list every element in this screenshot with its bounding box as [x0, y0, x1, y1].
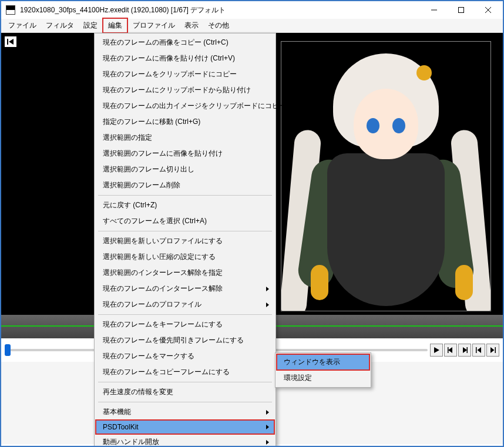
edit-menu-item[interactable]: 選択範囲の指定 — [96, 130, 274, 146]
seek-start-icon[interactable] — [5, 36, 16, 47]
svg-rect-11 — [476, 347, 477, 353]
edit-menu-item[interactable]: 動画ハンドル開放 — [96, 434, 274, 447]
play-button[interactable] — [430, 344, 443, 357]
edit-menu-item[interactable]: 現在のフレームの画像をコピー (Ctrl+C) — [96, 35, 274, 51]
svg-marker-9 — [463, 347, 467, 353]
svg-marker-7 — [448, 347, 452, 353]
window-controls — [421, 1, 502, 19]
edit-menu-item[interactable]: 選択範囲を新しいプロファイルにする — [96, 233, 274, 249]
edit-menu-item[interactable]: 現在のフレームに画像を貼り付け (Ctrl+V) — [96, 51, 274, 66]
maximize-button[interactable] — [448, 1, 475, 19]
edit-menu-item[interactable]: 現在のフレームを優先間引きフレームにする — [96, 332, 274, 348]
menu-item-4[interactable]: プロファイル — [128, 19, 180, 32]
menu-item-0[interactable]: ファイル — [4, 19, 41, 32]
edit-menu-item[interactable]: 選択範囲のフレーム削除 — [96, 177, 274, 193]
menu-item-3[interactable]: 編集 — [102, 18, 128, 33]
prev-frame-button[interactable] — [444, 344, 457, 357]
last-frame-button[interactable] — [486, 344, 499, 357]
preview-canvas — [281, 41, 491, 311]
menu-separator — [98, 382, 272, 382]
minimize-button[interactable] — [421, 1, 448, 19]
menu-item-5[interactable]: 表示 — [180, 19, 203, 32]
edit-menu-item[interactable]: 選択範囲を新しい圧縮の設定にする — [96, 249, 274, 265]
close-button[interactable] — [475, 1, 502, 19]
titlebar: 1920x1080_30fps_44100Hz.exedit (1920,108… — [1, 1, 503, 19]
submenu-arrow-icon — [265, 440, 270, 445]
svg-marker-18 — [266, 425, 269, 429]
svg-marker-19 — [266, 440, 269, 445]
edit-menu-item[interactable]: 現在のフレームをマークする — [96, 348, 274, 364]
menubar: ファイルフィルタ設定編集プロファイル表示その他 — [1, 19, 503, 33]
svg-rect-8 — [448, 347, 449, 353]
menu-separator — [98, 195, 272, 196]
svg-rect-1 — [459, 8, 464, 13]
submenu-arrow-icon — [265, 287, 270, 291]
edit-menu-item[interactable]: 選択範囲のインターレース解除を指定 — [96, 265, 274, 281]
edit-menu-item[interactable]: 選択範囲のフレーム切り出し — [96, 162, 274, 177]
transport-controls — [430, 344, 499, 357]
character-image — [281, 42, 490, 311]
psdtoolkit-submenu: ウィンドウを表示環境設定 — [275, 352, 371, 388]
menu-separator — [98, 402, 272, 402]
menu-item-1[interactable]: フィルタ — [41, 19, 79, 32]
edit-menu-item[interactable]: 基本機能 — [96, 404, 274, 420]
svg-rect-10 — [467, 347, 468, 353]
svg-marker-5 — [9, 39, 14, 45]
edit-menu-item[interactable]: 現在のフレームをキーフレームにする — [96, 317, 274, 332]
edit-menu-item[interactable]: 再生速度の情報を変更 — [96, 384, 274, 400]
submenu-arrow-icon — [265, 425, 270, 429]
svg-marker-16 — [266, 303, 269, 307]
edit-menu-item[interactable]: 元に戻す (Ctrl+Z) — [96, 197, 274, 213]
edit-menu-item[interactable]: PSDToolKit — [96, 420, 274, 434]
edit-dropdown: 現在のフレームの画像をコピー (Ctrl+C)現在のフレームに画像を貼り付け (… — [94, 33, 276, 447]
svg-marker-12 — [478, 347, 482, 353]
svg-marker-13 — [490, 347, 495, 353]
svg-marker-15 — [266, 287, 269, 291]
first-frame-button[interactable] — [472, 344, 485, 357]
menu-item-2[interactable]: 設定 — [79, 19, 102, 32]
edit-menu-item[interactable]: 選択範囲のフレームに画像を貼り付け — [96, 146, 274, 162]
svg-rect-4 — [7, 39, 8, 45]
submenu-arrow-icon — [265, 410, 270, 415]
edit-menu-item[interactable]: 現在のフレームのプロファイル — [96, 297, 274, 312]
seekbar-thumb[interactable] — [5, 344, 11, 356]
edit-menu-item[interactable]: 現在のフレームをコピーフレームにする — [96, 364, 274, 380]
svg-marker-17 — [266, 410, 269, 415]
svg-rect-14 — [495, 347, 496, 353]
submenu-arrow-icon — [265, 303, 270, 307]
preview-left-strip — [1, 33, 20, 315]
menu-item-6[interactable]: その他 — [203, 19, 234, 32]
submenu-item[interactable]: ウィンドウを表示 — [277, 354, 369, 370]
svg-marker-6 — [434, 347, 439, 353]
menu-separator — [98, 231, 272, 231]
edit-menu-item[interactable]: 現在のフレームの出力イメージをクリップボードにコピー — [96, 98, 274, 114]
edit-menu-item[interactable]: 指定のフレームに移動 (Ctrl+G) — [96, 114, 274, 130]
edit-menu-item[interactable]: すべてのフレームを選択 (Ctrl+A) — [96, 213, 274, 229]
edit-menu-item[interactable]: 現在のフレームをクリップボードにコピー — [96, 66, 274, 82]
next-frame-button[interactable] — [458, 344, 471, 357]
edit-menu-item[interactable]: 現在のフレームにクリップボードから貼り付け — [96, 82, 274, 98]
app-icon — [6, 5, 15, 15]
submenu-item[interactable]: 環境設定 — [277, 370, 369, 386]
menu-separator — [98, 314, 272, 315]
edit-menu-item[interactable]: 現在のフレームのインターレース解除 — [96, 281, 274, 297]
window-title: 1920x1080_30fps_44100Hz.exedit (1920,108… — [19, 5, 421, 15]
